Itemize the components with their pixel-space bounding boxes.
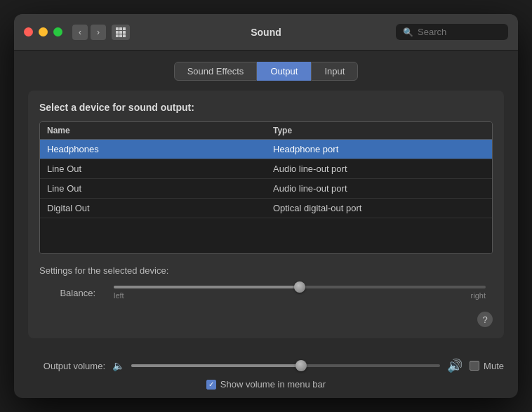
device-type: Audio line-out port: [266, 159, 492, 178]
back-button[interactable]: ‹: [72, 25, 88, 40]
table-row-empty: [40, 218, 492, 253]
content-area: Sound Effects Output Input Select a devi…: [14, 51, 518, 350]
volume-slider-fill: [131, 364, 301, 367]
maximize-button[interactable]: [53, 27, 62, 36]
balance-slider-fill: [114, 286, 300, 288]
device-name: Headphones: [40, 140, 266, 159]
grid-icon: [116, 27, 126, 37]
device-name: Digital Out: [40, 199, 266, 218]
balance-right-label: right: [471, 291, 486, 300]
device-type: Audio line-out port: [266, 179, 492, 198]
traffic-lights: [24, 27, 62, 36]
balance-control: Balance: left right: [39, 286, 493, 300]
balance-label: Balance:: [39, 288, 95, 298]
search-input[interactable]: [418, 27, 501, 37]
volume-slider-track[interactable]: [131, 364, 440, 367]
volume-row: Output volume: 🔈 🔊 Mute: [28, 358, 504, 373]
device-name: Line Out: [40, 159, 266, 178]
balance-left-label: left: [114, 291, 124, 300]
col-header-name: Name: [40, 122, 266, 139]
minimize-button[interactable]: [39, 27, 48, 36]
balance-slider-track[interactable]: [114, 286, 486, 288]
device-name: Line Out: [40, 179, 266, 198]
table-header: Name Type: [40, 122, 492, 140]
window-title: Sound: [251, 27, 281, 38]
show-volume-label: Show volume in menu bar: [220, 379, 326, 390]
table-body: Headphones Headphone port Line Out Audio…: [40, 140, 492, 253]
col-header-type: Type: [266, 122, 492, 139]
bottom-controls: Output volume: 🔈 🔊 Mute ✓ Show volume in…: [14, 350, 518, 398]
search-box[interactable]: 🔍: [396, 24, 508, 40]
table-row[interactable]: Headphones Headphone port: [40, 140, 492, 159]
volume-low-icon: 🔈: [112, 360, 124, 371]
show-volume-row: ✓ Show volume in menu bar: [28, 379, 504, 390]
mute-checkbox[interactable]: [470, 361, 479, 371]
forward-button[interactable]: ›: [91, 25, 106, 40]
nav-buttons: ‹ ›: [72, 25, 130, 40]
tab-output[interactable]: Output: [257, 62, 311, 81]
tab-bar: Sound Effects Output Input: [28, 62, 504, 81]
main-window: ‹ › Sound 🔍 Sound Effects Output Input: [14, 14, 518, 398]
device-type: Headphone port: [266, 140, 492, 159]
search-icon: 🔍: [403, 27, 413, 37]
balance-slider-container: left right: [107, 286, 493, 300]
volume-label: Output volume:: [28, 361, 105, 371]
mute-control[interactable]: Mute: [470, 361, 504, 371]
help-button[interactable]: ?: [477, 312, 493, 327]
settings-label: Settings for the selected device:: [39, 265, 493, 276]
device-type: Optical digital-out port: [266, 199, 492, 218]
device-table: Name Type Headphones Headphone port Line…: [39, 121, 493, 254]
table-row[interactable]: Line Out Audio line-out port: [40, 159, 492, 179]
table-row[interactable]: Line Out Audio line-out port: [40, 179, 492, 199]
output-panel: Select a device for sound output: Name T…: [28, 91, 504, 338]
volume-high-icon: 🔊: [447, 358, 463, 373]
table-row[interactable]: Digital Out Optical digital-out port: [40, 199, 492, 218]
title-bar: ‹ › Sound 🔍: [14, 14, 518, 51]
balance-slider-thumb[interactable]: [294, 281, 305, 293]
panel-title: Select a device for sound output:: [39, 102, 493, 113]
volume-slider-thumb[interactable]: [295, 360, 307, 371]
grid-button[interactable]: [112, 25, 130, 40]
tab-input[interactable]: Input: [311, 62, 358, 81]
close-button[interactable]: [24, 27, 33, 36]
mute-label: Mute: [484, 361, 504, 371]
show-volume-checkbox[interactable]: ✓: [206, 380, 216, 390]
tab-sound-effects[interactable]: Sound Effects: [174, 62, 258, 81]
